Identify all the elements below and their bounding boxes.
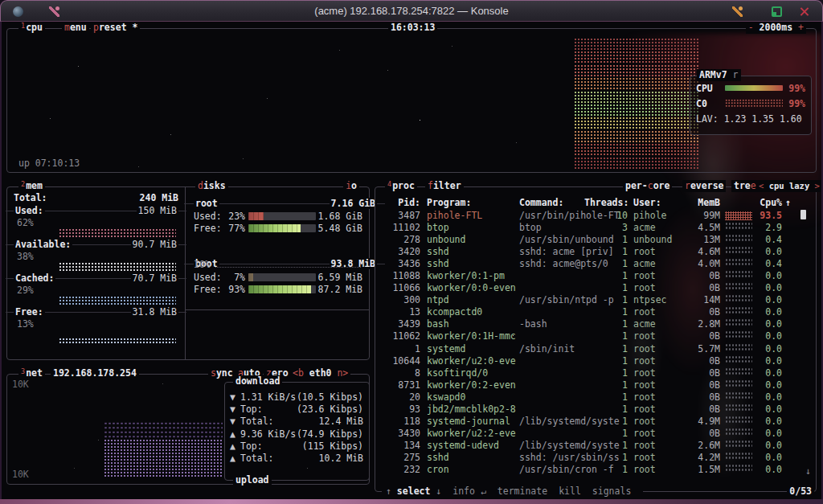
proc-row[interactable]: 3439 bash -bash 1 acme 2.8M 0.0 xyxy=(382,318,809,330)
proc-rows: 3487 pihole-FTL /usr/bin/pihole-FT 10 pi… xyxy=(382,210,809,476)
proc-row[interactable]: 10644 kworker/u2:0-eve 1 root 0B 0.0 xyxy=(382,355,809,367)
net-scale-bottom: 10K xyxy=(12,469,29,480)
sync-button[interactable]: sync xyxy=(208,367,235,379)
mem-entry: Free:31.8 MiB 13% xyxy=(14,306,178,344)
proc-row[interactable]: 11088 kworker/0:1-pm 1 root 0B 0.0 xyxy=(382,270,809,282)
mem-entries: Used:150 MiB 62% Available:90.7 MiB 38% … xyxy=(7,205,185,344)
maximize-button[interactable] xyxy=(772,6,782,17)
mem-disks-box: 2mem Total:240 MiB Used:150 MiB 62% Avai… xyxy=(6,186,370,360)
reverse-button[interactable]: reverse xyxy=(682,180,726,192)
proc-row[interactable]: 3487 pihole-FTL /usr/bin/pihole-FT 10 pi… xyxy=(382,210,809,222)
tree-button[interactable]: tree xyxy=(731,180,759,192)
proc-box-title[interactable]: 4proc xyxy=(385,180,417,192)
core0-row: C0 99% xyxy=(690,96,811,110)
net-stat-row: ▼ Top: (23.6 Kibps) xyxy=(230,404,363,416)
proc-cpu-mini-graph xyxy=(725,391,752,399)
proc-cpu-mini-graph xyxy=(725,440,752,447)
interval-plus-button[interactable]: + xyxy=(798,22,804,33)
iface-switcher[interactable]: <b eth0 n> xyxy=(290,367,350,379)
proc-row[interactable]: 13 kcompactd0 1 root 0B 0.0 xyxy=(382,306,809,318)
proc-row[interactable]: 300 ntpd /usr/sbin/ntpd -p 1 ntpsec 14M … xyxy=(382,294,809,306)
proc-cpu-mini-graph xyxy=(725,416,752,423)
net-stats-subbox: download ▼ 1.31 KiB/s (10.5 Kibps) ▼ Top… xyxy=(224,382,370,481)
proc-row[interactable]: 8 ksoftirqd/0 1 root 0B 0.0 xyxy=(382,367,809,379)
preset-button[interactable]: preset * xyxy=(91,22,140,34)
proc-cpu-mini-graph xyxy=(725,428,752,435)
proc-row[interactable]: 11102 btop btop 3 acme 4.5M 2.9 xyxy=(382,222,809,234)
mem-box-title[interactable]: 2mem xyxy=(18,180,45,192)
proc-row[interactable]: 11066 kworker/0:0-even 1 root 0B 0.0 xyxy=(382,282,809,294)
proc-cpu-mini-graph xyxy=(725,330,752,338)
net-stat-row: ▼ 1.31 KiB/s (10.5 Kibps) xyxy=(230,391,363,404)
proc-table-header: Pid: Program: Command: Threads: User: Me… xyxy=(382,197,809,209)
proc-cpu-mini-graph xyxy=(725,355,752,363)
disk-boot-io: IO% xyxy=(194,259,362,270)
proc-row[interactable]: 118 systemd-journal /lib/systemd/syste 1… xyxy=(382,416,809,428)
pin-icon[interactable] xyxy=(49,6,59,17)
scroll-down-icon[interactable]: ↓ xyxy=(805,465,811,477)
footer-button[interactable]: ↑ select ↓ xyxy=(384,486,443,498)
proc-row[interactable]: 3436 sshd sshd: acme@pts/0 1 acme 4.0M 0… xyxy=(382,258,809,270)
disk-boot-free: Free:93% 87.2 MiB xyxy=(194,284,362,295)
proc-row[interactable]: 93 jbd2/mmcblk0p2-8 1 root 0B 0.0 xyxy=(382,404,809,416)
proc-row[interactable]: 3430 kworker/u2:2-eve 1 root 0B 0.0 xyxy=(382,428,809,440)
proc-row[interactable]: 20 kswapd0 1 root 0B 0.0 xyxy=(382,391,809,404)
cpu-box-title[interactable]: 1cpu xyxy=(18,22,45,34)
proc-footer-segs: ↑ select ↓ info ↵ terminate kill signals xyxy=(384,486,641,498)
disk-root-free: Free:77% 5.48 GiB xyxy=(194,223,362,234)
proc-cpu-mini-graph xyxy=(725,379,752,387)
proc-row[interactable]: 3420 sshd sshd: acme [priv] 1 root 4.6M … xyxy=(382,246,809,258)
disk-root-used: Used:23% 1.68 GiB xyxy=(194,211,362,222)
col-pid[interactable]: Pid: xyxy=(382,197,420,208)
proc-row[interactable]: 11062 kworker/0:1H-mmc 1 root 0B 0.0 xyxy=(382,330,809,342)
proc-cpu-mini-graph xyxy=(725,282,752,289)
window-title: (acme) 192.168.178.254:7822 — Konsole xyxy=(97,5,726,17)
mem-total-row: Total:240 MiB xyxy=(14,192,178,203)
filter-button[interactable]: filter xyxy=(425,180,464,192)
proc-footer: ↑ select ↓ info ↵ terminate kill signals xyxy=(382,486,643,498)
per-core-button[interactable]: per-core xyxy=(623,180,672,192)
interval-minus-button[interactable]: - xyxy=(748,22,754,33)
net-box: 3net 192.168.178.254 sync auto zero <b e… xyxy=(6,374,370,485)
proc-count: 0/53 xyxy=(787,486,814,498)
konsole-app-icon xyxy=(13,6,23,17)
uptime-label: up 07:10:13 xyxy=(18,158,80,169)
col-cpu[interactable]: Cpu% xyxy=(752,197,782,208)
terminal-area: 1cpu menu preset * 16:03:13 - 2000ms + A… xyxy=(2,22,821,499)
footer-button[interactable]: terminate xyxy=(496,486,549,498)
proc-cpu-mini-graph xyxy=(725,211,752,220)
proc-scrollbar[interactable] xyxy=(800,210,806,219)
download-label: download xyxy=(233,375,282,387)
col-command[interactable]: Command: xyxy=(519,197,563,208)
mem-panel: 2mem Total:240 MiB Used:150 MiB 62% Avai… xyxy=(7,187,185,359)
proc-row[interactable]: 8731 kworker/0:2-even 1 root 0B 0.0 xyxy=(382,379,809,391)
io-mode-button[interactable]: io xyxy=(343,180,359,192)
net-graph-download xyxy=(104,421,223,439)
mem-entry: Available:90.7 MiB 38% xyxy=(14,239,178,272)
menu-button[interactable]: menu xyxy=(62,22,89,34)
footer-button[interactable]: info ↵ xyxy=(451,486,488,498)
disk-root-row: root7.16 GiB xyxy=(194,198,377,209)
mem-graph xyxy=(59,296,176,306)
col-threads[interactable]: Threads: xyxy=(584,197,628,208)
col-program[interactable]: Program: xyxy=(427,197,471,208)
proc-row[interactable]: 1 systemd /sbin/init 1 root 5.7M 0.0 xyxy=(382,343,809,355)
proc-row[interactable]: 232 cron /usr/sbin/cron -f 1 root 1.5M 0… xyxy=(382,464,809,476)
cpu-box: 1cpu menu preset * 16:03:13 - 2000ms + A… xyxy=(6,28,817,173)
disks-box-title[interactable]: disks xyxy=(195,180,228,192)
col-user[interactable]: User: xyxy=(633,197,661,208)
proc-row[interactable]: 134 systemd-udevd /lib/systemd/syste 1 r… xyxy=(382,440,809,452)
proc-row[interactable]: 275 sshd sshd: /usr/sbin/ss 1 root 4.2M … xyxy=(382,452,809,464)
close-button[interactable] xyxy=(799,6,809,17)
proc-cpu-mini-graph xyxy=(725,343,752,350)
net-box-title[interactable]: 3net xyxy=(18,367,45,379)
load-average-row: LAV: 1.23 1.35 1.60 xyxy=(690,112,811,125)
net-address: 192.168.178.254 xyxy=(51,367,139,379)
proc-row[interactable]: 278 unbound /usr/sbin/unbound 1 unbound … xyxy=(382,234,809,246)
footer-button[interactable]: kill xyxy=(557,486,583,498)
shortcut-pin-icon[interactable] xyxy=(732,6,743,17)
sort-selector[interactable]: < cpu lazy > xyxy=(756,180,821,192)
footer-button[interactable]: signals xyxy=(591,486,633,498)
col-memb[interactable]: MemB xyxy=(678,197,720,208)
sort-direction-icon: ↑ xyxy=(785,197,791,208)
